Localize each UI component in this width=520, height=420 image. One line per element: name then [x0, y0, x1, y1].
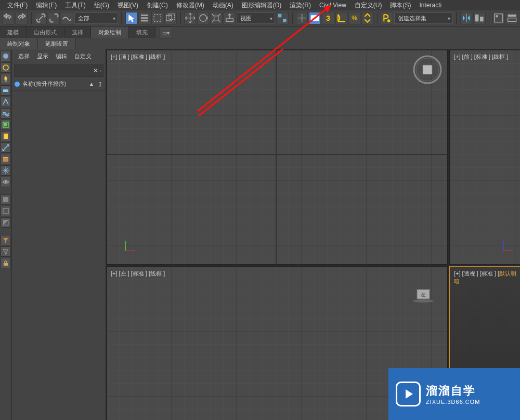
- ribbon-tab-objectdraw[interactable]: 对象绘制: [91, 27, 129, 38]
- ribbon-sub-brush[interactable]: 笔刷设置: [38, 38, 76, 49]
- redo-button[interactable]: [15, 12, 27, 24]
- keyboard-shortcut-button[interactable]: [309, 12, 321, 24]
- svg-rect-2: [141, 20, 148, 22]
- viewport-front[interactable]: [+] [前 ] [标准 ] [线框 ]: [449, 49, 520, 265]
- svg-rect-15: [495, 14, 503, 22]
- move-button[interactable]: [184, 12, 196, 24]
- viewport-left-label[interactable]: [+] [左 ] [标准 ] [线框 ]: [111, 270, 165, 278]
- lights-filter-icon[interactable]: [1, 74, 11, 84]
- ribbon-tab-freeform[interactable]: 自由形式: [27, 27, 64, 38]
- menu-edit[interactable]: 编辑(E): [33, 1, 60, 10]
- toggle-ribbon-button[interactable]: [506, 12, 518, 24]
- watermark-url: ZIXUE.3D66.COM: [426, 399, 480, 405]
- viewcube[interactable]: [412, 54, 443, 85]
- filter-clear-icon[interactable]: [1, 246, 11, 257]
- display-none-icon[interactable]: [1, 206, 11, 216]
- menu-create[interactable]: 创建(C): [144, 1, 171, 10]
- svg-rect-14: [480, 17, 484, 21]
- globe-icon: [14, 81, 20, 87]
- geometry-filter-icon[interactable]: [1, 51, 11, 61]
- sidetab-select[interactable]: 选择: [18, 52, 30, 60]
- containers-filter-icon[interactable]: [1, 154, 11, 164]
- svg-rect-29: [3, 208, 8, 214]
- ribbon-tab-modeling[interactable]: 建模: [0, 27, 27, 38]
- menu-modifiers[interactable]: 修改器(M): [173, 1, 207, 10]
- lock-icon[interactable]: [1, 258, 11, 268]
- rotate-button[interactable]: [197, 12, 209, 24]
- rect-select-button[interactable]: [151, 12, 163, 24]
- sidetab-custom[interactable]: 自定义: [74, 52, 92, 60]
- shapes-filter-icon[interactable]: [1, 62, 11, 73]
- sidetab-display[interactable]: 显示: [37, 52, 48, 60]
- menu-group[interactable]: 组(G): [91, 1, 112, 10]
- menu-view[interactable]: 视图(V): [114, 1, 141, 10]
- spacewarps-filter-icon[interactable]: [1, 108, 11, 119]
- ribbon-sub-drawobj[interactable]: 绘制对象: [0, 38, 38, 49]
- spinner-snap-button[interactable]: [361, 12, 373, 24]
- sidetab-edit[interactable]: 编辑: [56, 52, 67, 60]
- svg-rect-21: [3, 89, 7, 92]
- watermark-logo-icon: [396, 382, 421, 406]
- ribbon-collapse-button[interactable]: ▭▾: [160, 27, 172, 39]
- groups-filter-icon[interactable]: [1, 120, 11, 130]
- viewport-top-label[interactable]: [+] [顶 ] [标准 ] [线框 ]: [111, 53, 165, 61]
- undo-button[interactable]: [2, 12, 14, 24]
- svg-rect-0: [141, 15, 148, 16]
- xrefs-filter-icon[interactable]: [1, 131, 11, 141]
- bone-filter-icon[interactable]: [1, 142, 11, 153]
- link-button[interactable]: [35, 12, 47, 24]
- menu-tools[interactable]: 工具(T): [62, 1, 88, 10]
- cameras-filter-icon[interactable]: [1, 85, 11, 96]
- unlink-button[interactable]: [48, 12, 60, 24]
- window-crossing-button[interactable]: [164, 12, 176, 24]
- axis-gizmo-front: [500, 238, 516, 254]
- menu-grapheditor[interactable]: 图形编辑器(D): [239, 1, 285, 10]
- selection-filter-dropdown[interactable]: 全部: [74, 12, 118, 24]
- axis-gizmo: [122, 238, 138, 254]
- align-button[interactable]: [473, 12, 485, 24]
- hidden-filter-icon[interactable]: [1, 177, 11, 187]
- viewport-front-label[interactable]: [+] [前 ] [标准 ] [线框 ]: [454, 53, 508, 61]
- menu-interactive[interactable]: Interacti: [416, 2, 445, 9]
- mirror-button[interactable]: [460, 12, 472, 24]
- placement-button[interactable]: [224, 12, 236, 24]
- display-invert-icon[interactable]: [1, 217, 11, 228]
- display-all-icon[interactable]: [1, 194, 11, 205]
- filter-funnel-icon[interactable]: [1, 235, 11, 245]
- pivot-button[interactable]: [276, 12, 288, 24]
- svg-text:左: 左: [421, 292, 426, 297]
- ref-coord-dropdown[interactable]: 视图: [237, 12, 275, 24]
- scale-button[interactable]: [210, 12, 222, 24]
- menu-render[interactable]: 渲染(R): [287, 1, 314, 10]
- ribbon-tab-selection[interactable]: 选择: [64, 27, 91, 38]
- helpers-filter-icon[interactable]: [1, 97, 11, 107]
- named-selection-dropdown[interactable]: 创建选择集: [394, 12, 453, 24]
- clear-search-icon[interactable]: ✕: [93, 67, 98, 74]
- menu-civilview[interactable]: Civil View: [316, 2, 349, 9]
- menu-customize[interactable]: 自定义(U): [352, 1, 385, 10]
- search-options-icon[interactable]: ◦: [98, 67, 103, 74]
- menu-file[interactable]: 文件(F): [4, 1, 31, 10]
- percent-snap-button[interactable]: %: [348, 12, 360, 24]
- angle-snap-button[interactable]: [335, 12, 347, 24]
- svg-point-12: [387, 20, 390, 22]
- scene-search-input[interactable]: [15, 68, 93, 74]
- menu-bar: 文件(F) 编辑(E) 工具(T) 组(G) 视图(V) 创建(C) 修改器(M…: [0, 0, 520, 10]
- frozen-filter-icon[interactable]: [1, 165, 11, 176]
- manipulate-button[interactable]: [296, 12, 308, 24]
- named-sel-button[interactable]: [381, 12, 393, 24]
- menu-script[interactable]: 脚本(S): [387, 1, 414, 10]
- svg-point-27: [5, 181, 7, 183]
- viewcube-left[interactable]: 左: [412, 287, 435, 303]
- viewport-persp-label[interactable]: [+] [透视 ] [标准 ] [默认明暗: [454, 270, 520, 285]
- menu-animation[interactable]: 动画(A): [210, 1, 237, 10]
- bind-spacewarp-button[interactable]: [61, 12, 73, 24]
- select-by-name-button[interactable]: [138, 12, 150, 24]
- ribbon-tab-populate[interactable]: 填充: [129, 27, 155, 38]
- viewport-top[interactable]: [+] [顶 ] [标准 ] [线框 ]: [106, 49, 448, 265]
- select-object-button[interactable]: [125, 12, 137, 24]
- snap-toggle-button[interactable]: 3: [322, 12, 334, 24]
- svg-point-6: [200, 15, 206, 21]
- layer-explorer-button[interactable]: [492, 12, 504, 24]
- scene-list-header[interactable]: 名称(按升序排序) ▲ ▯: [12, 78, 106, 90]
